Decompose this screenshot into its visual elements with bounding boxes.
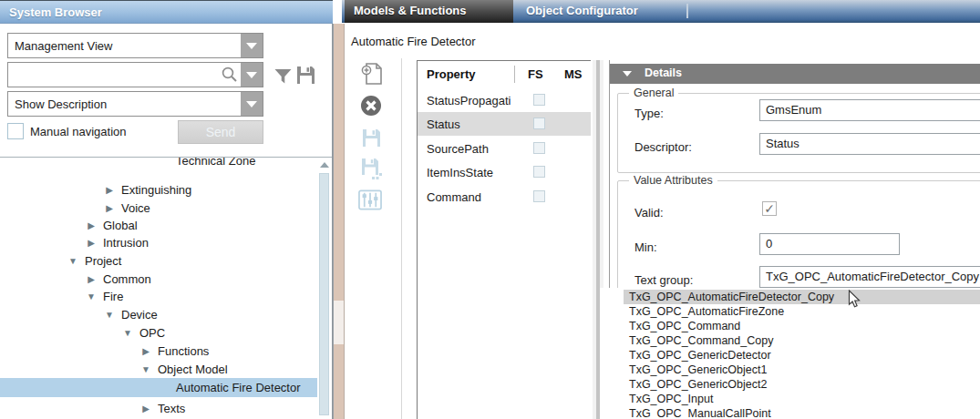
table-row[interactable]: Command xyxy=(418,185,591,209)
table-row[interactable]: Status xyxy=(418,112,591,136)
column-header-fs[interactable]: FS xyxy=(528,67,543,81)
descriptor-input[interactable]: Status xyxy=(759,133,980,155)
chevron-down-icon xyxy=(246,72,257,78)
scroll-up-icon xyxy=(320,162,329,168)
properties-button[interactable] xyxy=(358,188,382,211)
tab-strip: Models & Functions Object Configurator xyxy=(342,0,980,23)
table-row[interactable]: StatusPropagati xyxy=(418,88,591,112)
fs-checkbox[interactable] xyxy=(533,94,545,106)
table-row[interactable]: SourcePath xyxy=(418,137,591,160)
dropdown-item[interactable]: TxG_OPC_ManualCallPoint xyxy=(629,406,771,419)
save-icon xyxy=(361,128,382,148)
collapse-triangle-icon xyxy=(623,71,632,77)
dropdown-item[interactable]: TxG_OPC_AutomaticFireZone xyxy=(629,304,784,319)
tree-item[interactable]: ▶Common xyxy=(0,270,317,288)
tree-expand-icon[interactable]: ▶ xyxy=(103,185,116,195)
property-name: Command xyxy=(427,190,481,204)
tree-item-label: Common xyxy=(103,272,151,286)
tree-expand-icon[interactable]: ▶ xyxy=(85,220,98,230)
details-header[interactable]: Details xyxy=(610,64,980,84)
tree-item-label: Intrusion xyxy=(103,236,149,250)
tree-item[interactable]: ▶Texts xyxy=(0,399,317,417)
tree-collapse-icon[interactable]: ▼ xyxy=(103,310,116,320)
fs-checkbox[interactable] xyxy=(533,142,545,154)
tree-item[interactable]: Technical Zone xyxy=(0,158,317,169)
tab-object-configurator[interactable]: Object Configurator xyxy=(526,0,638,23)
display-mode-value: Show Description xyxy=(8,97,241,111)
splitter-handle[interactable] xyxy=(334,301,344,344)
dropdown-item[interactable]: TxG_OPC_Input xyxy=(629,392,713,406)
tree-item[interactable]: ▼Object Model xyxy=(0,360,317,378)
delete-icon xyxy=(360,95,382,117)
dropdown-item[interactable]: TxG_OPC_Command_Copy xyxy=(629,333,773,348)
tree-item[interactable]: ▶Functions xyxy=(0,342,317,360)
delete-button[interactable] xyxy=(359,94,383,118)
dropdown-item[interactable]: TxG_OPC_Command xyxy=(629,319,740,333)
table-row[interactable]: ItemInsState xyxy=(418,160,591,184)
add-document-icon xyxy=(360,62,383,86)
save-button[interactable] xyxy=(359,126,383,149)
text-group-label: Text group: xyxy=(634,273,693,287)
column-divider[interactable] xyxy=(514,66,515,83)
min-label: Min: xyxy=(634,240,657,254)
view-selector-dropdown-button[interactable] xyxy=(241,34,263,57)
tree-item-label: Voice xyxy=(121,201,150,215)
tree-collapse-icon[interactable]: ▼ xyxy=(67,256,79,266)
tree-item[interactable]: ▶Extinguishing xyxy=(0,180,317,199)
display-mode-combobox[interactable]: Show Description xyxy=(7,91,263,117)
tree-expand-icon[interactable]: ▶ xyxy=(139,404,152,414)
min-input[interactable]: 0 xyxy=(759,233,900,255)
search-icon xyxy=(221,66,239,84)
send-button[interactable]: Send xyxy=(178,120,263,144)
tree-expand-icon[interactable]: ▶ xyxy=(103,203,116,213)
type-input[interactable]: GmsEnum xyxy=(759,99,980,121)
column-header-property[interactable]: Property xyxy=(427,67,475,81)
tree-item-label: Fire xyxy=(103,290,123,303)
search-box[interactable] xyxy=(7,62,263,87)
property-name: StatusPropagati xyxy=(427,94,511,107)
vertical-splitter[interactable] xyxy=(333,24,345,419)
dropdown-item[interactable]: TxG_OPC_GenericObject1 xyxy=(629,363,767,377)
application-window: System Browser Management View xyxy=(0,0,980,419)
view-selector-combobox[interactable]: Management View xyxy=(7,33,263,58)
tree-scrollbar-up-button[interactable] xyxy=(318,160,330,169)
fs-checkbox[interactable] xyxy=(533,166,545,178)
tree-collapse-icon[interactable]: ▼ xyxy=(121,328,134,338)
save-filter-button[interactable] xyxy=(294,63,317,87)
tree-expand-icon[interactable]: ▶ xyxy=(139,346,152,356)
tree-item[interactable]: ▼Device xyxy=(0,305,317,323)
text-group-input[interactable]: TxG_OPC_AutomaticFireDetector_Copy xyxy=(759,266,980,288)
tree-collapse-icon[interactable]: ▼ xyxy=(85,291,98,301)
tree-item-label: Extinguishing xyxy=(121,183,191,197)
save-as-button[interactable] xyxy=(359,157,383,180)
tree-expand-icon[interactable]: ▶ xyxy=(85,238,98,248)
dropdown-item[interactable]: TxG_OPC_AutomaticFireDetector_Copy xyxy=(629,290,834,304)
display-mode-dropdown-button[interactable] xyxy=(241,92,263,116)
fs-checkbox[interactable] xyxy=(533,190,545,202)
fs-checkbox[interactable] xyxy=(533,118,545,129)
valid-checkbox[interactable]: ✓ xyxy=(762,201,777,216)
tree-collapse-icon[interactable]: ▼ xyxy=(139,364,152,374)
tree-item[interactable]: ▶Voice xyxy=(0,199,317,217)
tree-expand-icon[interactable]: ▶ xyxy=(85,274,98,284)
dropdown-item[interactable]: TxG_OPC_GenericObject2 xyxy=(629,377,767,392)
tree-item[interactable]: ▼Fire xyxy=(0,287,317,305)
chevron-down-icon xyxy=(246,101,257,107)
tree-item[interactable]: ▶Intrusion xyxy=(0,233,317,251)
column-header-ms[interactable]: MS xyxy=(564,67,583,81)
dropdown-item[interactable]: TxG_OPC_GenericDetector xyxy=(629,348,771,363)
tree-item-label: OPC xyxy=(139,326,165,340)
manual-navigation-label: Manual navigation xyxy=(30,125,127,138)
tree-item[interactable]: ▶Global xyxy=(0,216,317,234)
manual-navigation-checkbox[interactable] xyxy=(7,123,24,139)
search-dropdown-button[interactable] xyxy=(241,63,263,87)
tree-item[interactable]: Automatic Fire Detector xyxy=(0,378,317,397)
tab-models-functions[interactable]: Models & Functions xyxy=(345,0,513,23)
tab-separator xyxy=(686,4,688,18)
tree-item[interactable]: ▼OPC xyxy=(0,323,317,342)
chevron-down-icon xyxy=(246,43,257,49)
add-document-button[interactable] xyxy=(359,62,383,86)
tree-item[interactable]: ▼Project xyxy=(0,251,317,270)
tree-scrollbar-thumb[interactable] xyxy=(319,173,329,415)
filter-button[interactable] xyxy=(271,64,294,87)
